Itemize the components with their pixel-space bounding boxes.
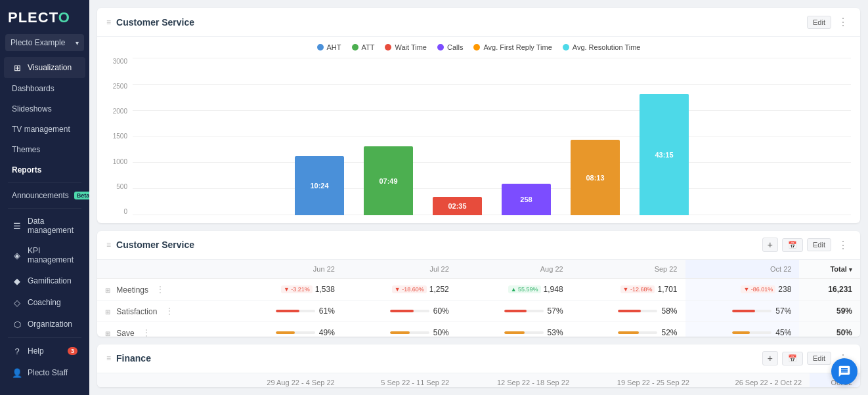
help-label: Help <box>28 346 44 356</box>
bar-save-jul <box>390 331 410 334</box>
table-add-button[interactable]: + <box>762 238 778 252</box>
coaching-icon: ◇ <box>12 297 22 308</box>
legend-avg-reply: Avg. First Reply Time <box>473 43 552 51</box>
chevron-down-icon: ▾ <box>76 39 79 47</box>
col-label <box>97 260 228 279</box>
sidebar-item-dashboards[interactable]: Dashboards <box>4 79 85 98</box>
cell-save-sep: 52% <box>571 322 685 337</box>
logo: PLECTO <box>8 9 70 26</box>
chart-more-icon[interactable]: ⋮ <box>835 14 851 30</box>
chat-bubble[interactable] <box>831 358 857 385</box>
grid-icon: ⊞ <box>12 62 22 73</box>
dashboards-label: Dashboards <box>12 84 54 93</box>
cell-save-total: 50% <box>799 322 860 337</box>
wait-bar: 02:35 <box>433 197 482 215</box>
y-2500: 2500 <box>106 83 127 90</box>
sidebar-item-tv-management[interactable]: TV management <box>4 119 85 139</box>
sidebar-item-themes[interactable]: Themes <box>4 140 85 159</box>
cell-satisfaction-aug: 57% <box>457 300 571 322</box>
cell-satisfaction-sep: 58% <box>571 300 685 322</box>
att-dot <box>352 44 358 51</box>
sidebar-item-visualization[interactable]: ⊞ Visualization <box>4 57 85 78</box>
chart-edit-button[interactable]: Edit <box>807 16 831 29</box>
trend-meetings-jul: ▼ -18.60% <box>392 285 427 293</box>
resolution-dot <box>563 44 569 51</box>
grid-line <box>133 84 851 85</box>
row-label-satisfaction: ⊞ Satisfaction ⋮ <box>97 300 228 322</box>
sidebar-item-reports[interactable]: Reports <box>4 160 85 180</box>
col-oct: Oct 22 <box>685 260 800 279</box>
finance-calendar-button[interactable]: 📅 <box>782 352 803 365</box>
reply-dot <box>473 44 480 51</box>
finance-col-2: 5 Sep 22 - 11 Sep 22 <box>343 373 458 387</box>
wait-label: Wait Time <box>395 43 427 51</box>
sidebar-item-plecto-staff[interactable]: 👤 Plecto Staff <box>4 362 85 383</box>
expand-meetings[interactable]: ⊞ <box>105 287 110 294</box>
organization-icon: ⬡ <box>12 319 22 329</box>
sidebar-item-gamification[interactable]: ◆ Gamification <box>4 270 85 291</box>
bar-save-aug <box>504 331 525 334</box>
table-widget-actions: + 📅 Edit ⋮ <box>762 238 851 253</box>
help-badge: 3 <box>68 347 77 355</box>
aht-label: AHT <box>327 43 341 51</box>
divider3 <box>8 337 81 338</box>
table-edit-button[interactable]: Edit <box>807 238 831 251</box>
expand-save[interactable]: ⊞ <box>105 330 110 337</box>
bar-wait: 02:35 <box>433 197 482 215</box>
sidebar-item-help[interactable]: ? Help 3 <box>4 341 85 362</box>
sidebar-item-kpi-management[interactable]: ◈ KPI management <box>4 241 85 270</box>
row-actions-save[interactable]: ⋮ <box>142 327 151 337</box>
main-content: ≡ Customer Service Edit ⋮ AHT ATT <box>89 0 868 395</box>
table-more-icon[interactable]: ⋮ <box>835 238 851 253</box>
expand-satisfaction[interactable]: ⊞ <box>105 308 110 316</box>
sidebar-item-announcements[interactable]: Announcements Beta <box>4 186 85 205</box>
drag-handle-icon[interactable]: ≡ <box>106 18 111 27</box>
row-actions-satisfaction[interactable]: ⋮ <box>165 306 174 316</box>
finance-add-button[interactable]: + <box>762 351 778 365</box>
col-aug: Aug 22 <box>457 260 571 279</box>
plecto-staff-label: Plecto Staff <box>28 368 68 377</box>
calls-bar: 258 <box>502 184 551 215</box>
cell-meetings-total: 16,231 <box>799 278 860 300</box>
row-label-meetings: ⊞ Meetings ⋮ <box>97 278 228 300</box>
legend-wait-time: Wait Time <box>385 43 427 51</box>
slideshows-label: Slideshows <box>12 104 52 114</box>
workspace-selector[interactable]: Plecto Example ▾ <box>5 34 84 51</box>
sidebar-item-data-management[interactable]: ☰ Data management <box>4 211 85 240</box>
sidebar-item-coaching[interactable]: ◇ Coaching <box>4 292 85 313</box>
finance-widget-title: Finance <box>116 353 762 364</box>
beta-badge: Beta <box>74 192 89 199</box>
row-actions-meetings[interactable]: ⋮ <box>156 284 165 295</box>
divider2 <box>8 208 81 209</box>
data-mgmt-icon: ☰ <box>12 220 22 231</box>
table-calendar-button[interactable]: 📅 <box>782 238 803 252</box>
logo-area: PLECTO <box>0 0 89 31</box>
trend-meetings-oct: ▼ -86.01% <box>741 285 775 293</box>
trend-meetings-aug: ▲ 55.59% <box>508 285 541 293</box>
workspace-name: Plecto Example <box>11 38 65 47</box>
drag-handle-icon-3[interactable]: ≡ <box>106 354 111 363</box>
reply-label: Avg. First Reply Time <box>483 43 552 51</box>
cell-meetings-jun: ▼ -3.21% 1,538 <box>228 278 343 300</box>
sidebar-item-label: Visualization <box>28 63 72 72</box>
table-widget: ≡ Customer Service + 📅 Edit ⋮ Jun 22 Jul… <box>97 231 860 337</box>
drag-handle-icon-2[interactable]: ≡ <box>106 240 111 249</box>
grid-line <box>133 58 851 58</box>
cell-satisfaction-total: 59% <box>799 300 860 322</box>
chart-widget-actions: Edit ⋮ <box>807 14 851 30</box>
chart-container: AHT ATT Wait Time Calls Avg. First Reply… <box>97 37 860 223</box>
bar-resolution: 43:15 <box>640 94 689 215</box>
sidebar-item-slideshows[interactable]: Slideshows <box>4 99 85 119</box>
announcements-label: Announcements <box>12 191 69 200</box>
finance-edit-button[interactable]: Edit <box>807 352 831 365</box>
cell-meetings-sep: ▼ -12.68% 1,701 <box>571 278 685 300</box>
table-wrap: Jun 22 Jul 22 Aug 22 Sep 22 Oct 22 Total… <box>97 260 860 337</box>
cell-meetings-oct: ▼ -86.01% 238 <box>685 278 800 300</box>
finance-header-row: 29 Aug 22 - 4 Sep 22 5 Sep 22 - 11 Sep 2… <box>97 373 860 387</box>
cell-meetings-jul: ▼ -18.60% 1,252 <box>343 278 457 300</box>
y-500: 500 <box>106 183 127 190</box>
reports-label: Reports <box>12 165 41 175</box>
cell-meetings-aug: ▲ 55.59% 1,948 <box>457 278 571 300</box>
sidebar-item-organization[interactable]: ⬡ Organization <box>4 314 85 335</box>
trend-meetings-sep: ▼ -12.68% <box>620 285 655 293</box>
